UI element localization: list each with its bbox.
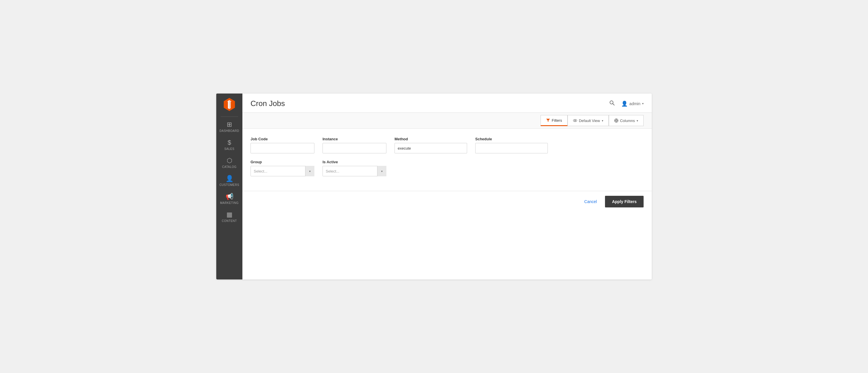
default-view-caret-icon: ▾: [602, 119, 603, 122]
sidebar-item-marketing[interactable]: 📢 MARKETING: [216, 190, 242, 208]
filters-label: Filters: [552, 118, 562, 122]
sidebar-item-dashboard[interactable]: ⊞ DASHBOARD: [216, 118, 242, 136]
toolbar: Filters Default View ▾: [242, 113, 652, 129]
customers-icon: 👤: [225, 175, 234, 182]
sidebar-item-sales-label: SALES: [224, 147, 235, 150]
header-actions: 👤 admin ▾: [608, 99, 644, 108]
columns-button[interactable]: Columns ▾: [609, 115, 644, 126]
columns-icon: [614, 118, 618, 122]
search-button[interactable]: [608, 99, 616, 108]
apply-filters-button[interactable]: Apply Filters: [605, 196, 644, 207]
main-header: Cron Jobs 👤 admin ▾: [242, 93, 652, 113]
user-icon: 👤: [621, 101, 628, 107]
group-label: Group: [251, 160, 314, 164]
default-view-label: Default View: [579, 118, 600, 123]
sidebar-item-content[interactable]: ▦ CONTENT: [216, 208, 242, 226]
group-select[interactable]: Select... Default Staging Index: [251, 166, 314, 176]
svg-line-1: [613, 104, 614, 106]
is-active-label: Is Active: [322, 160, 386, 164]
is-active-select[interactable]: Select... Yes No: [322, 166, 386, 176]
cancel-button[interactable]: Cancel: [581, 197, 601, 206]
method-input[interactable]: [395, 143, 467, 153]
sidebar-item-catalog[interactable]: ⬡ CATALOG: [216, 154, 242, 172]
filter-field-method: Method: [395, 137, 467, 153]
filter-row-1: Job Code Instance Method Schedule: [251, 137, 644, 153]
user-menu[interactable]: 👤 admin ▾: [621, 101, 644, 107]
filter-icon: [546, 118, 550, 122]
search-icon: [609, 100, 615, 106]
user-caret-icon: ▾: [642, 102, 644, 105]
filter-row-2: Group Select... Default Staging Index ▾ …: [251, 160, 644, 176]
filter-actions: Cancel Apply Filters: [242, 191, 652, 214]
schedule-input[interactable]: [475, 143, 548, 153]
sidebar-item-customers-label: CUSTOMERS: [219, 183, 239, 186]
filter-panel: Job Code Instance Method Schedule: [242, 129, 652, 191]
sidebar-item-sales[interactable]: $ SALES: [216, 136, 242, 154]
instance-input[interactable]: [322, 143, 386, 153]
eye-icon: [573, 118, 577, 122]
schedule-label: Schedule: [475, 137, 548, 141]
job-code-label: Job Code: [251, 137, 314, 141]
default-view-button[interactable]: Default View ▾: [567, 115, 609, 126]
columns-caret-icon: ▾: [637, 119, 638, 122]
filter-field-is-active: Is Active Select... Yes No ▾: [322, 160, 386, 176]
main-content: Cron Jobs 👤 admin ▾: [242, 93, 652, 280]
filter-field-instance: Instance: [322, 137, 386, 153]
sidebar-item-content-label: CONTENT: [222, 219, 237, 223]
content-icon: ▦: [226, 211, 232, 218]
sidebar-item-catalog-label: CATALOG: [222, 165, 237, 169]
svg-point-4: [575, 120, 576, 121]
svg-point-6: [615, 120, 617, 121]
filters-button[interactable]: Filters: [540, 115, 567, 126]
user-label: admin: [629, 102, 641, 106]
marketing-icon: 📢: [225, 194, 234, 200]
is-active-select-wrapper: Select... Yes No ▾: [322, 166, 386, 176]
sidebar-divider: [221, 116, 238, 117]
sales-icon: $: [227, 139, 231, 146]
catalog-icon: ⬡: [227, 157, 232, 164]
instance-label: Instance: [322, 137, 386, 141]
magento-logo-icon: [223, 98, 236, 111]
sidebar: ⊞ DASHBOARD $ SALES ⬡ CATALOG 👤 CUSTOMER…: [216, 93, 242, 280]
dashboard-icon: ⊞: [227, 121, 232, 128]
sidebar-item-marketing-label: MARKETING: [220, 201, 239, 204]
page-wrapper: ⊞ DASHBOARD $ SALES ⬡ CATALOG 👤 CUSTOMER…: [216, 93, 652, 280]
sidebar-item-customers[interactable]: 👤 CUSTOMERS: [216, 172, 242, 190]
filter-field-job-code: Job Code: [251, 137, 314, 153]
group-select-wrapper: Select... Default Staging Index ▾: [251, 166, 314, 176]
method-label: Method: [395, 137, 467, 141]
sidebar-logo: [216, 93, 242, 115]
filter-field-group: Group Select... Default Staging Index ▾: [251, 160, 314, 176]
columns-label: Columns: [620, 118, 635, 123]
page-title: Cron Jobs: [251, 99, 285, 108]
job-code-input[interactable]: [251, 143, 314, 153]
sidebar-item-dashboard-label: DASHBOARD: [219, 129, 239, 133]
filter-field-schedule: Schedule: [475, 137, 548, 153]
